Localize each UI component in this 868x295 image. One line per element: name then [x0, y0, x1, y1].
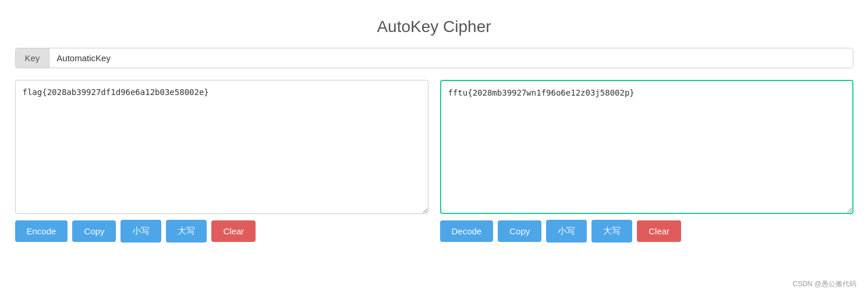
- left-copy-button[interactable]: Copy: [72, 220, 116, 242]
- right-uppercase-button[interactable]: 大写: [591, 220, 632, 243]
- key-label: Key: [16, 48, 50, 68]
- key-row: Key: [15, 48, 853, 68]
- right-panel: Decode Copy 小写 大写 Clear: [440, 80, 853, 243]
- left-panel-buttons: Encode Copy 小写 大写 Clear: [15, 220, 428, 243]
- page-title: AutoKey Cipher: [377, 17, 491, 36]
- right-copy-button[interactable]: Copy: [498, 220, 541, 242]
- left-uppercase-button[interactable]: 大写: [166, 220, 207, 243]
- panels: Encode Copy 小写 大写 Clear Decode Copy 小写 大…: [15, 80, 853, 243]
- right-lowercase-button[interactable]: 小写: [546, 220, 587, 243]
- right-textarea[interactable]: [440, 80, 853, 214]
- left-lowercase-button[interactable]: 小写: [121, 220, 161, 243]
- encode-button[interactable]: Encode: [15, 220, 68, 242]
- footer-text: CSDN @愚公搬代码: [792, 279, 856, 289]
- key-input[interactable]: [49, 48, 852, 68]
- left-textarea[interactable]: [15, 80, 428, 214]
- decode-button[interactable]: Decode: [440, 220, 494, 242]
- right-panel-buttons: Decode Copy 小写 大写 Clear: [440, 220, 853, 243]
- right-clear-button[interactable]: Clear: [637, 220, 681, 242]
- left-clear-button[interactable]: Clear: [211, 220, 256, 242]
- left-panel: Encode Copy 小写 大写 Clear: [15, 80, 428, 243]
